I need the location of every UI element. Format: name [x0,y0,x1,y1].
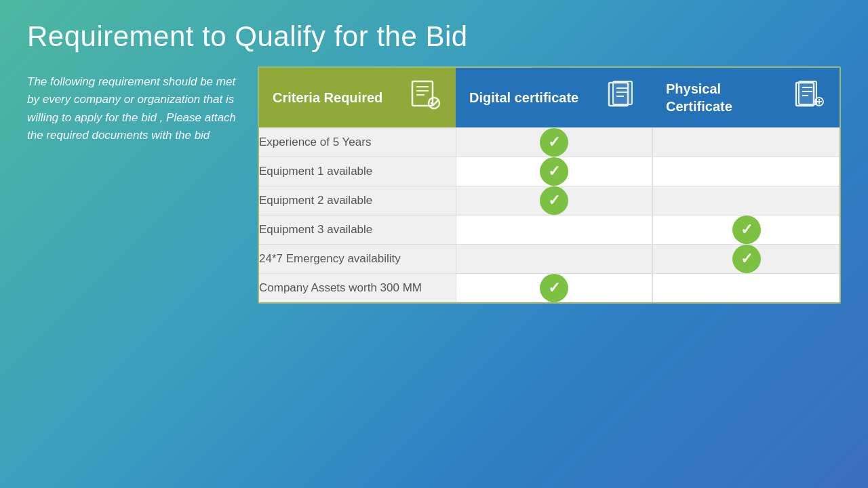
physical-check-cell: ✓ [652,245,840,274]
table-row: Equipment 3 available✓ [259,216,840,245]
content-area: The following requirement should be met … [27,66,841,468]
criteria-cell: Company Assets worth 300 MM [259,274,456,303]
criteria-cell: Equipment 2 available [259,186,456,216]
check-icon: ✓ [540,186,568,215]
check-icon: ✓ [540,128,568,157]
svg-rect-11 [799,81,816,104]
svg-point-4 [429,98,439,108]
digital-check-cell [456,216,652,245]
criteria-cell: Equipment 3 available [259,216,456,245]
requirements-table: Criteria Required [259,68,840,302]
criteria-header-label: Criteria Required [273,89,382,106]
digital-cert-icon [608,80,639,115]
check-icon: ✓ [732,245,761,273]
check-icon: ✓ [540,157,568,186]
physical-check-cell: ✓ [652,216,840,245]
criteria-cell: Equipment 1 available [259,157,456,186]
table-row: Equipment 1 available✓ [259,157,840,186]
check-icon: ✓ [732,216,761,244]
digital-header-label: Digital certificate [469,89,578,106]
header-digital: Digital certificate [456,68,652,128]
criteria-cell: 24*7 Emergency availability [259,245,456,274]
physical-check-cell [652,274,840,303]
table-header-row: Criteria Required [259,68,840,128]
physical-check-cell [652,186,840,216]
table-row: Equipment 2 available✓ [259,186,840,216]
header-criteria: Criteria Required [259,68,456,128]
physical-cert-icon [795,80,826,115]
sidebar-description: The following requirement should be met … [27,66,237,144]
digital-check-cell: ✓ [456,186,652,216]
requirements-table-wrapper: Criteria Required [258,66,841,304]
table-body: Experience of 5 Years✓Equipment 1 availa… [259,128,840,303]
criteria-icon [410,80,442,115]
physical-header-label: Physical Certificate [666,80,788,115]
table-row: Company Assets worth 300 MM✓ [259,274,840,303]
table-row: 24*7 Emergency availability✓ [259,245,840,274]
svg-rect-0 [412,81,433,106]
page-title: Requirement to Qualify for the Bid [27,20,841,53]
physical-check-cell [652,157,840,186]
digital-check-cell: ✓ [456,128,652,157]
check-icon: ✓ [540,274,568,302]
criteria-cell: Experience of 5 Years [259,128,456,157]
digital-check-cell: ✓ [456,157,652,186]
digital-check-cell: ✓ [456,274,652,303]
table-row: Experience of 5 Years✓ [259,128,840,157]
physical-check-cell [652,128,840,157]
header-physical: Physical Certificate [652,68,840,128]
page: Requirement to Qualify for the Bid The f… [0,0,868,488]
digital-check-cell [456,245,652,274]
